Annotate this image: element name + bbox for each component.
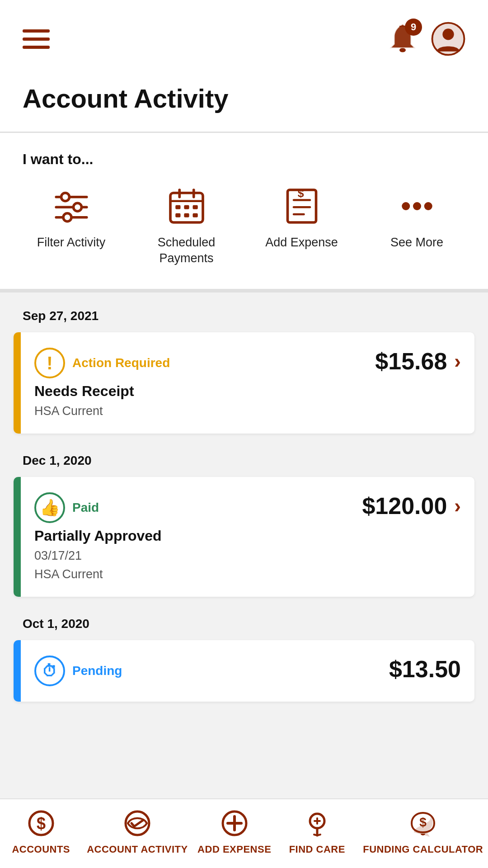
svg-rect-18 (175, 213, 180, 217)
svg-rect-20 (192, 213, 197, 217)
activity-group-1: Dec 1, 2020 👍 Paid $120.00 › Parti (0, 437, 488, 597)
card-title-1: Partially Approved (34, 528, 461, 544)
card-amount-2: $13.50 (389, 656, 461, 683)
nav-account-activity[interactable]: ACCOUNT ACTIVITY (87, 807, 188, 855)
pending-icon: ⏱ (34, 656, 65, 686)
card-status-row-2: ⏱ Pending (34, 656, 122, 686)
svg-rect-15 (175, 205, 180, 209)
card-status-row-1: 👍 Paid (34, 492, 99, 523)
quick-action-see-more[interactable]: See More (367, 186, 467, 250)
card-accent-1 (14, 477, 21, 597)
find-care-nav-label: FIND CARE (289, 844, 345, 855)
add-expense-nav-label: ADD EXPENSE (197, 844, 271, 855)
status-label-0: Action Required (72, 356, 170, 370)
quick-action-add-expense[interactable]: $ Add Expense (252, 186, 352, 250)
account-activity-nav-label: ACCOUNT ACTIVITY (87, 844, 188, 855)
paid-icon: 👍 (34, 492, 65, 523)
card-status-row-0: ! Action Required (34, 348, 170, 378)
funding-calculator-nav-label: FUNDING CALCULATOR (363, 844, 483, 855)
card-title-0: Needs Receipt (34, 383, 461, 400)
more-icon (397, 186, 437, 226)
svg-text:$: $ (419, 815, 427, 829)
card-accent-0 (14, 332, 21, 434)
transaction-card-2[interactable]: ⏱ Pending $13.50 (14, 640, 474, 702)
card-content-2: ⏱ Pending $13.50 (21, 640, 474, 702)
svg-point-27 (413, 202, 421, 210)
nav-add-expense[interactable]: ADD EXPENSE (197, 807, 271, 855)
svg-text:$: $ (297, 187, 304, 199)
card-accent-2 (14, 640, 21, 702)
card-subtitle-1: HSA Current (34, 567, 461, 581)
svg-point-28 (424, 202, 432, 210)
notification-badge: 9 (405, 19, 422, 36)
app-header: 9 (0, 0, 488, 70)
date-header-2: Oct 1, 2020 (0, 600, 488, 640)
quick-actions-prompt: I want to... (14, 151, 474, 168)
activity-section: Sep 27, 2021 ! Action Required $15.68 › (0, 292, 488, 702)
svg-rect-19 (184, 213, 189, 217)
account-activity-nav-icon (122, 807, 153, 839)
filter-activity-label: Filter Activity (37, 235, 106, 250)
main-content: I want to... Filter Activity (0, 133, 488, 778)
see-more-label: See More (390, 235, 443, 250)
avatar-icon[interactable] (431, 22, 465, 56)
card-content-1: 👍 Paid $120.00 › Partially Approved 03/1… (21, 477, 474, 597)
bottom-nav: $ ACCOUNTS ACCOUNT ACTIVITY ADD EXPENSE (0, 798, 488, 868)
svg-point-0 (399, 48, 406, 52)
page-title-section: Account Activity (0, 70, 488, 133)
nav-funding-calculator[interactable]: $ FUNDING CALCULATOR (363, 807, 483, 855)
card-top-row-2: ⏱ Pending $13.50 (34, 656, 461, 686)
quick-action-scheduled[interactable]: Scheduled Payments (137, 186, 236, 266)
activity-group-0: Sep 27, 2021 ! Action Required $15.68 › (0, 292, 488, 434)
card-content-0: ! Action Required $15.68 › Needs Receipt… (21, 332, 474, 434)
card-amount-1: $120.00 › (362, 492, 461, 519)
accounts-nav-icon: $ (25, 807, 57, 839)
svg-rect-16 (184, 205, 189, 209)
add-expense-label: Add Expense (265, 235, 338, 250)
chevron-icon-1: › (454, 496, 461, 516)
nav-find-care[interactable]: FIND CARE (281, 807, 353, 855)
find-care-nav-icon (301, 807, 333, 839)
scheduled-payments-label: Scheduled Payments (137, 235, 236, 266)
svg-text:$: $ (37, 814, 46, 833)
filter-icon (51, 186, 92, 226)
nav-accounts[interactable]: $ ACCOUNTS (5, 807, 77, 855)
action-required-icon: ! (34, 348, 65, 378)
svg-point-10 (63, 213, 71, 222)
status-label-1: Paid (72, 500, 99, 515)
add-expense-nav-icon (219, 807, 250, 839)
card-top-row-0: ! Action Required $15.68 › (34, 348, 461, 378)
page-title: Account Activity (23, 83, 465, 113)
notifications-button[interactable]: 9 (387, 22, 418, 56)
hamburger-menu-button[interactable] (23, 29, 50, 49)
status-label-2: Pending (72, 664, 122, 678)
svg-point-6 (61, 193, 69, 201)
accounts-nav-label: ACCOUNTS (12, 844, 70, 855)
date-header-1: Dec 1, 2020 (0, 437, 488, 477)
transaction-card-1[interactable]: 👍 Paid $120.00 › Partially Approved 03/1… (14, 477, 474, 597)
quick-action-filter[interactable]: Filter Activity (22, 186, 121, 250)
quick-actions-section: I want to... Filter Activity (0, 133, 488, 292)
transaction-card-0[interactable]: ! Action Required $15.68 › Needs Receipt… (14, 332, 474, 434)
chevron-icon-0: › (454, 351, 461, 371)
activity-group-2: Oct 1, 2020 ⏱ Pending $13.50 (0, 600, 488, 702)
calendar-icon (166, 186, 207, 226)
card-amount-0: $15.68 › (375, 348, 461, 375)
svg-point-26 (402, 202, 410, 210)
date-header-0: Sep 27, 2021 (0, 292, 488, 332)
quick-actions-grid: Filter Activity Scheduled Payments (14, 186, 474, 266)
card-top-row-1: 👍 Paid $120.00 › (34, 492, 461, 523)
funding-calculator-nav-icon: $ (407, 807, 439, 839)
svg-rect-17 (192, 205, 197, 209)
header-right: 9 (387, 22, 465, 56)
svg-point-4 (442, 28, 454, 40)
svg-point-8 (73, 203, 81, 211)
card-subtitle-0: HSA Current (34, 404, 461, 418)
add-expense-icon: $ (282, 186, 322, 226)
card-subtitle2-1: 03/17/21 (34, 549, 461, 563)
